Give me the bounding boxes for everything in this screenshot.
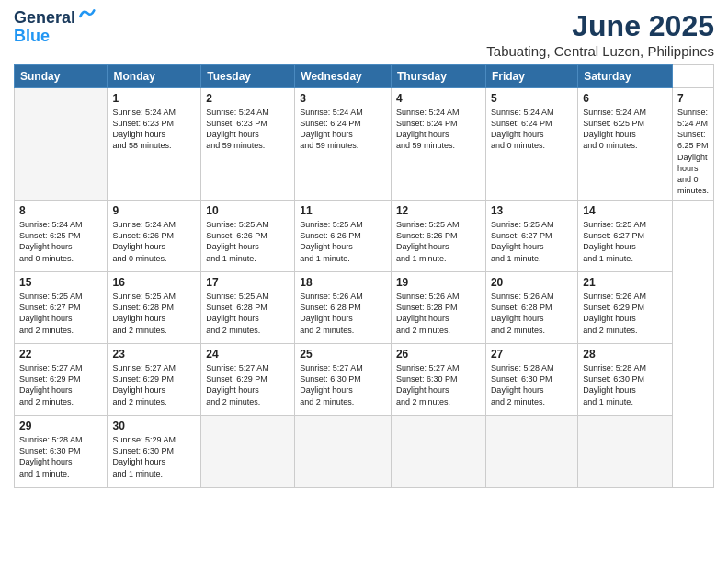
col-monday: Monday: [108, 65, 201, 88]
day-info: Sunrise: 5:24 AMSunset: 6:24 PMDaylight …: [300, 107, 386, 152]
week-row-3: 15 Sunrise: 5:25 AMSunset: 6:27 PMDaylig…: [15, 272, 714, 344]
calendar-cell: 18 Sunrise: 5:26 AMSunset: 6:28 PMDaylig…: [295, 272, 392, 344]
day-number: 28: [583, 348, 667, 361]
calendar-cell: [391, 416, 485, 488]
day-info: Sunrise: 5:24 AMSunset: 6:25 PMDaylight …: [677, 107, 709, 196]
calendar-cell: [15, 88, 108, 201]
day-info: Sunrise: 5:26 AMSunset: 6:28 PMDaylight …: [396, 291, 481, 336]
day-info: Sunrise: 5:27 AMSunset: 6:29 PMDaylight …: [19, 362, 102, 408]
logo-text2: Blue: [14, 28, 50, 46]
week-row-4: 22 Sunrise: 5:27 AMSunset: 6:29 PMDaylig…: [15, 344, 714, 416]
calendar-cell: 24 Sunrise: 5:27 AMSunset: 6:29 PMDaylig…: [201, 344, 295, 416]
col-friday: Friday: [485, 65, 577, 88]
calendar-cell: 20 Sunrise: 5:26 AMSunset: 6:28 PMDaylig…: [485, 272, 577, 344]
calendar-cell: 30 Sunrise: 5:29 AMSunset: 6:30 PMDaylig…: [108, 416, 201, 488]
day-info: Sunrise: 5:24 AMSunset: 6:25 PMDaylight …: [19, 219, 102, 264]
day-info: Sunrise: 5:28 AMSunset: 6:30 PMDaylight …: [19, 434, 102, 479]
calendar-cell: 21 Sunrise: 5:26 AMSunset: 6:29 PMDaylig…: [578, 272, 673, 344]
day-info: Sunrise: 5:24 AMSunset: 6:24 PMDaylight …: [491, 107, 573, 152]
day-info: Sunrise: 5:24 AMSunset: 6:23 PMDaylight …: [112, 107, 196, 152]
day-info: Sunrise: 5:28 AMSunset: 6:30 PMDaylight …: [491, 362, 573, 408]
col-thursday: Thursday: [391, 65, 485, 88]
main-title: June 2025: [486, 9, 714, 43]
calendar-cell: 22 Sunrise: 5:27 AMSunset: 6:29 PMDaylig…: [15, 344, 108, 416]
header: General Blue June 2025 Tabuating, Centra…: [14, 9, 714, 59]
day-info: Sunrise: 5:25 AMSunset: 6:26 PMDaylight …: [300, 219, 386, 264]
week-row-1: 1 Sunrise: 5:24 AMSunset: 6:23 PMDayligh…: [15, 88, 714, 201]
day-number: 1: [112, 92, 196, 105]
day-info: Sunrise: 5:25 AMSunset: 6:26 PMDaylight …: [396, 219, 481, 264]
week-row-2: 8 Sunrise: 5:24 AMSunset: 6:25 PMDayligh…: [15, 201, 714, 272]
day-number: 2: [206, 92, 290, 105]
calendar-cell: [485, 416, 577, 488]
calendar-cell: 19 Sunrise: 5:26 AMSunset: 6:28 PMDaylig…: [391, 272, 485, 344]
day-number: 8: [19, 204, 102, 217]
calendar-cell: 12 Sunrise: 5:25 AMSunset: 6:26 PMDaylig…: [391, 201, 485, 272]
col-saturday: Saturday: [578, 65, 673, 88]
week-row-5: 29 Sunrise: 5:28 AMSunset: 6:30 PMDaylig…: [15, 416, 714, 488]
calendar-cell: 11 Sunrise: 5:25 AMSunset: 6:26 PMDaylig…: [295, 201, 392, 272]
calendar-cell: [295, 416, 392, 488]
day-info: Sunrise: 5:27 AMSunset: 6:30 PMDaylight …: [396, 362, 481, 408]
col-sunday: Sunday: [15, 65, 108, 88]
logo-text: General: [14, 9, 75, 28]
day-number: 12: [396, 204, 481, 217]
calendar-cell: 25 Sunrise: 5:27 AMSunset: 6:30 PMDaylig…: [295, 344, 392, 416]
day-info: Sunrise: 5:25 AMSunset: 6:27 PMDaylight …: [19, 291, 102, 336]
day-info: Sunrise: 5:25 AMSunset: 6:28 PMDaylight …: [112, 291, 196, 336]
calendar-cell: 2 Sunrise: 5:24 AMSunset: 6:23 PMDayligh…: [201, 88, 295, 201]
calendar-cell: 16 Sunrise: 5:25 AMSunset: 6:28 PMDaylig…: [108, 272, 201, 344]
day-number: 13: [491, 204, 573, 217]
day-info: Sunrise: 5:27 AMSunset: 6:29 PMDaylight …: [112, 362, 196, 408]
calendar-cell: 17 Sunrise: 5:25 AMSunset: 6:28 PMDaylig…: [201, 272, 295, 344]
calendar-cell: 4 Sunrise: 5:24 AMSunset: 6:24 PMDayligh…: [391, 88, 485, 201]
day-info: Sunrise: 5:27 AMSunset: 6:30 PMDaylight …: [300, 362, 386, 408]
day-number: 29: [19, 419, 102, 432]
calendar-cell: 8 Sunrise: 5:24 AMSunset: 6:25 PMDayligh…: [15, 201, 108, 272]
day-number: 3: [300, 92, 386, 105]
day-number: 18: [300, 276, 386, 289]
day-number: 22: [19, 348, 102, 361]
day-info: Sunrise: 5:24 AMSunset: 6:26 PMDaylight …: [112, 219, 196, 264]
day-info: Sunrise: 5:25 AMSunset: 6:28 PMDaylight …: [206, 291, 290, 336]
day-info: Sunrise: 5:25 AMSunset: 6:27 PMDaylight …: [583, 219, 667, 264]
day-number: 25: [300, 348, 386, 361]
day-info: Sunrise: 5:26 AMSunset: 6:28 PMDaylight …: [491, 291, 573, 336]
page: General Blue June 2025 Tabuating, Centra…: [0, 0, 728, 563]
day-info: Sunrise: 5:24 AMSunset: 6:23 PMDaylight …: [206, 107, 290, 152]
calendar-cell: 29 Sunrise: 5:28 AMSunset: 6:30 PMDaylig…: [15, 416, 108, 488]
calendar-cell: 3 Sunrise: 5:24 AMSunset: 6:24 PMDayligh…: [295, 88, 392, 201]
calendar-cell: 10 Sunrise: 5:25 AMSunset: 6:26 PMDaylig…: [201, 201, 295, 272]
calendar-cell: 28 Sunrise: 5:28 AMSunset: 6:30 PMDaylig…: [578, 344, 673, 416]
col-tuesday: Tuesday: [201, 65, 295, 88]
day-number: 4: [396, 92, 481, 105]
day-number: 6: [583, 92, 667, 105]
day-number: 14: [583, 204, 667, 217]
day-info: Sunrise: 5:29 AMSunset: 6:30 PMDaylight …: [112, 434, 196, 479]
day-info: Sunrise: 5:28 AMSunset: 6:30 PMDaylight …: [583, 362, 667, 408]
calendar-cell: 23 Sunrise: 5:27 AMSunset: 6:29 PMDaylig…: [108, 344, 201, 416]
day-info: Sunrise: 5:26 AMSunset: 6:28 PMDaylight …: [300, 291, 386, 336]
day-info: Sunrise: 5:27 AMSunset: 6:29 PMDaylight …: [206, 362, 290, 408]
calendar-cell: 5 Sunrise: 5:24 AMSunset: 6:24 PMDayligh…: [485, 88, 577, 201]
calendar-cell: [578, 416, 673, 488]
day-number: 21: [583, 276, 667, 289]
day-number: 26: [396, 348, 481, 361]
calendar-cell: 13 Sunrise: 5:25 AMSunset: 6:27 PMDaylig…: [485, 201, 577, 272]
day-number: 30: [112, 419, 196, 432]
day-number: 24: [206, 348, 290, 361]
calendar-cell: 1 Sunrise: 5:24 AMSunset: 6:23 PMDayligh…: [108, 88, 201, 201]
calendar-cell: 27 Sunrise: 5:28 AMSunset: 6:30 PMDaylig…: [485, 344, 577, 416]
day-number: 23: [112, 348, 196, 361]
day-info: Sunrise: 5:24 AMSunset: 6:24 PMDaylight …: [396, 107, 481, 152]
day-number: 11: [300, 204, 386, 217]
calendar-cell: 26 Sunrise: 5:27 AMSunset: 6:30 PMDaylig…: [391, 344, 485, 416]
calendar-cell: 9 Sunrise: 5:24 AMSunset: 6:26 PMDayligh…: [108, 201, 201, 272]
logo: General Blue: [14, 9, 96, 46]
day-number: 5: [491, 92, 573, 105]
day-number: 19: [396, 276, 481, 289]
subtitle: Tabuating, Central Luzon, Philippines: [486, 43, 714, 59]
calendar-cell: [201, 416, 295, 488]
day-info: Sunrise: 5:25 AMSunset: 6:26 PMDaylight …: [206, 219, 290, 264]
day-number: 10: [206, 204, 290, 217]
